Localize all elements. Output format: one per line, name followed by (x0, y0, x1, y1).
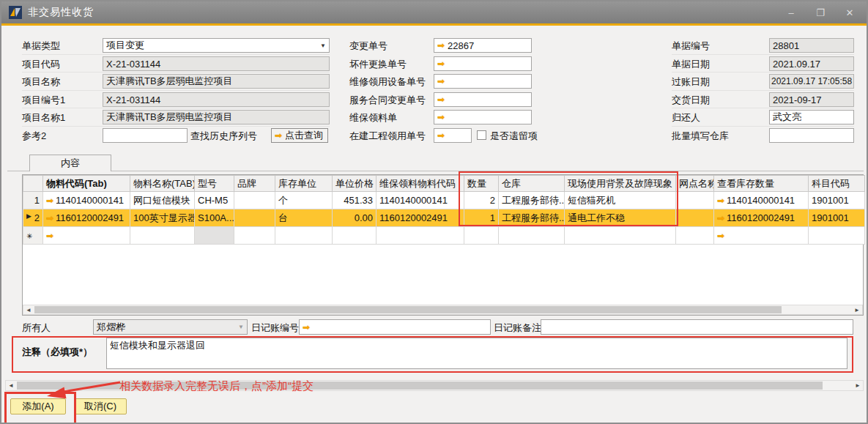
grid-cell[interactable] (376, 227, 464, 245)
table-row[interactable]: ▶2➡1160120002491100英寸显示器S100A...台0.00116… (23, 209, 865, 227)
link-arrow-icon[interactable]: ➡ (717, 213, 724, 223)
grid-column-header[interactable]: 现场使用背景及故障现象 (565, 176, 676, 192)
link-arrow-icon[interactable]: ➡ (437, 131, 445, 140)
grid-cell[interactable]: 短信猫死机 (565, 192, 676, 209)
grid-cell[interactable] (676, 209, 714, 227)
grid-cell[interactable]: 1 (464, 209, 499, 227)
grid-cell[interactable]: 工程服务部待... (499, 209, 565, 227)
grid-cell[interactable] (195, 227, 234, 245)
minimize-icon[interactable]: – (784, 7, 798, 18)
scroll-left-icon[interactable]: ◄ (6, 381, 16, 390)
accent-gold-line (1, 23, 867, 26)
grid-cell[interactable] (565, 227, 676, 245)
link-arrow-icon[interactable]: ➡ (717, 196, 724, 206)
grid-cell[interactable]: 0.00 (333, 209, 376, 227)
journal-no-input[interactable]: ➡ (299, 319, 491, 335)
grid-cell[interactable] (676, 192, 714, 209)
grid-column-header[interactable]: 仓库 (499, 176, 565, 192)
owner-dropdown[interactable]: 郑熠桦 ▼ (93, 319, 248, 335)
grid-cell[interactable] (130, 227, 195, 245)
scroll-left-icon[interactable]: ◄ (23, 305, 34, 314)
table-row[interactable]: 1➡1140140000141网口短信模块CH-M5个451.331140140… (23, 192, 865, 209)
grid-column-header[interactable]: 型号 (195, 176, 234, 192)
link-arrow-icon[interactable]: ➡ (717, 231, 724, 241)
grid-cell[interactable] (275, 227, 333, 245)
grid-cell[interactable] (499, 227, 565, 245)
returner-input[interactable]: 武文亮 (769, 110, 854, 124)
grid-cell[interactable]: 个 (275, 192, 333, 209)
grid-cell[interactable]: 100英寸显示器 (130, 209, 195, 227)
link-arrow-icon[interactable]: ➡ (437, 95, 445, 104)
scroll-right-icon[interactable]: ► (853, 381, 863, 390)
grid-column-header[interactable]: 科目代码 (809, 176, 865, 192)
grid-cell[interactable]: ➡ (714, 227, 809, 245)
grid-cell[interactable] (464, 227, 499, 245)
grid-cell[interactable]: ➡1140140000141 (43, 192, 130, 209)
grid-column-header[interactable]: 维保领料物料代码 (376, 176, 464, 192)
maint-picking-input[interactable]: ➡ (434, 110, 532, 124)
grid-cell[interactable] (333, 227, 376, 245)
grid-cell[interactable] (234, 227, 275, 245)
batch-warehouse-input[interactable] (769, 128, 854, 143)
link-arrow-icon[interactable]: ➡ (46, 231, 53, 241)
grid-column-header[interactable]: 品牌 (234, 176, 275, 192)
grid-cell[interactable] (234, 192, 275, 209)
change-order-input[interactable]: ➡ 22867 (434, 38, 532, 53)
grid-cell[interactable]: S100A... (195, 209, 234, 227)
link-arrow-icon[interactable]: ➡ (46, 196, 53, 206)
grid-column-header[interactable]: 物料代码(Tab) (43, 176, 130, 192)
bad-part-order-input[interactable]: ➡ (434, 56, 532, 71)
grid-cell[interactable]: 2 (464, 192, 499, 209)
repair-equip-order-input[interactable]: ➡ (434, 74, 532, 89)
link-arrow-icon[interactable]: ➡ (46, 213, 53, 223)
grid-cell[interactable]: 1901001 (809, 192, 865, 209)
grid-horizontal-scrollbar[interactable]: ◄ ► (23, 305, 863, 315)
scroll-right-icon[interactable]: ► (852, 305, 862, 314)
grid-cell[interactable]: CH-M5 (195, 192, 234, 209)
leftover-checkbox[interactable] (477, 130, 486, 140)
doc-date-value: 2021.09.17 (773, 59, 820, 70)
link-arrow-icon[interactable]: ➡ (437, 113, 445, 122)
link-arrow-icon[interactable]: ➡ (437, 59, 445, 68)
grid-column-header[interactable]: 物料名称(TAB) (130, 176, 195, 192)
table-row[interactable]: ✳➡➡ (23, 227, 865, 245)
grid-cell[interactable]: 工程服务部待... (499, 192, 565, 209)
link-arrow-icon[interactable]: ➡ (437, 77, 445, 86)
returner-label: 归还人 (672, 111, 700, 125)
grid-column-header[interactable]: 数量 (464, 176, 499, 192)
comments-textarea[interactable]: 短信模块和显示器退回 (106, 338, 847, 369)
grid-cell[interactable]: 1140140000141 (376, 192, 464, 209)
chevron-down-icon[interactable]: ▼ (238, 324, 244, 330)
service-contract-order-input[interactable]: ➡ (434, 92, 532, 107)
serial-query-button[interactable]: ➡ 点击查询 (271, 128, 328, 143)
link-arrow-icon[interactable]: ➡ (437, 41, 445, 50)
construction-order-input[interactable]: ➡ (434, 128, 472, 143)
grid-cell[interactable]: ➡1160120002491 (43, 209, 130, 227)
grid-cell[interactable]: 451.33 (333, 192, 376, 209)
grid-column-header[interactable]: 查看库存数量 (714, 176, 809, 192)
grid-cell[interactable]: ➡1160120002491 (714, 209, 809, 227)
link-arrow-icon[interactable]: ➡ (303, 323, 310, 332)
repair-equip-order-label: 维修领用设备单号 (349, 75, 426, 89)
scrollbar-thumb[interactable] (34, 306, 782, 313)
grid-cell[interactable]: 1160120002491 (376, 209, 464, 227)
grid-cell[interactable]: 1901001 (809, 209, 865, 227)
doc-type-dropdown[interactable]: 项目变更 ▼ (103, 38, 330, 53)
grid-cell[interactable]: 网口短信模块 (130, 192, 195, 209)
grid-cell[interactable]: ➡ (43, 227, 130, 245)
tab-content[interactable]: 内容 (29, 155, 111, 171)
grid-cell[interactable]: ➡1140140000141 (714, 192, 809, 209)
grid-cell[interactable] (809, 227, 865, 245)
chevron-down-icon[interactable]: ▼ (320, 42, 326, 49)
grid-column-header[interactable]: 单位价格 (333, 176, 376, 192)
close-icon[interactable]: ✕ (843, 7, 856, 18)
grid-cell[interactable]: 通电工作不稳 (565, 209, 676, 227)
maximize-icon[interactable]: ❐ (814, 7, 827, 18)
grid-column-header[interactable]: 网点名称 (676, 176, 714, 192)
reference2-input[interactable] (103, 128, 188, 143)
grid-cell[interactable]: 台 (275, 209, 333, 227)
grid-cell[interactable] (234, 209, 275, 227)
grid-cell[interactable] (676, 227, 714, 245)
grid-column-header[interactable]: 库存单位 (275, 176, 333, 192)
journal-remark-input[interactable] (541, 319, 853, 335)
